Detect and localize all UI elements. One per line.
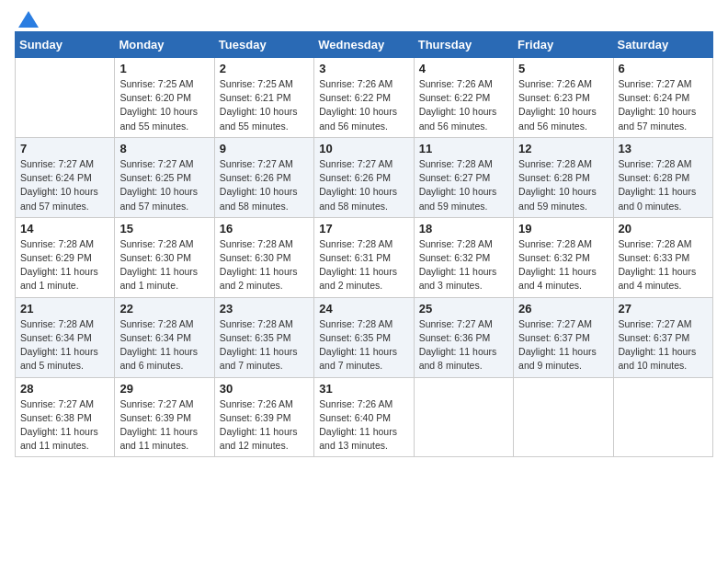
day-info: Sunrise: 7:25 AM Sunset: 6:21 PM Dayligh…	[220, 77, 309, 133]
page-header	[15, 15, 713, 24]
day-number: 15	[119, 222, 209, 236]
day-number: 6	[619, 62, 708, 75]
day-number: 7	[20, 142, 109, 155]
calendar-day-cell: 17Sunrise: 7:28 AM Sunset: 6:31 PM Dayli…	[314, 217, 414, 297]
day-info: Sunrise: 7:27 AM Sunset: 6:25 PM Dayligh…	[119, 157, 209, 213]
day-info: Sunrise: 7:28 AM Sunset: 6:32 PM Dayligh…	[419, 237, 508, 293]
day-number: 22	[119, 302, 209, 316]
day-number: 19	[518, 222, 608, 236]
calendar-day-cell: 22Sunrise: 7:28 AM Sunset: 6:34 PM Dayli…	[115, 297, 214, 377]
calendar-day-cell: 16Sunrise: 7:28 AM Sunset: 6:30 PM Dayli…	[214, 217, 313, 297]
svg-marker-0	[18, 11, 39, 28]
day-info: Sunrise: 7:28 AM Sunset: 6:33 PM Dayligh…	[619, 237, 708, 293]
day-number: 10	[319, 142, 408, 155]
day-number: 26	[518, 302, 608, 316]
day-number: 8	[119, 142, 209, 155]
day-number: 14	[20, 222, 109, 236]
day-info: Sunrise: 7:28 AM Sunset: 6:35 PM Dayligh…	[220, 317, 309, 373]
day-number: 23	[220, 302, 309, 316]
calendar-day-cell: 18Sunrise: 7:28 AM Sunset: 6:32 PM Dayli…	[414, 217, 513, 297]
weekday-header-cell: Saturday	[613, 32, 712, 58]
day-info: Sunrise: 7:26 AM Sunset: 6:22 PM Dayligh…	[419, 77, 508, 133]
day-info: Sunrise: 7:27 AM Sunset: 6:37 PM Dayligh…	[619, 317, 708, 373]
calendar-week-row: 28Sunrise: 7:27 AM Sunset: 6:38 PM Dayli…	[16, 377, 713, 457]
day-info: Sunrise: 7:28 AM Sunset: 6:32 PM Dayligh…	[518, 237, 608, 293]
day-info: Sunrise: 7:26 AM Sunset: 6:40 PM Dayligh…	[319, 397, 408, 454]
weekday-header-cell: Monday	[115, 32, 214, 58]
calendar-day-cell: 20Sunrise: 7:28 AM Sunset: 6:33 PM Dayli…	[613, 217, 712, 297]
weekday-header-cell: Friday	[514, 32, 613, 58]
day-info: Sunrise: 7:27 AM Sunset: 6:37 PM Dayligh…	[518, 317, 608, 373]
calendar-day-cell: 19Sunrise: 7:28 AM Sunset: 6:32 PM Dayli…	[514, 217, 613, 297]
day-number: 12	[518, 142, 608, 155]
day-info: Sunrise: 7:28 AM Sunset: 6:30 PM Dayligh…	[119, 237, 209, 293]
day-number: 28	[20, 382, 109, 396]
day-info: Sunrise: 7:28 AM Sunset: 6:28 PM Dayligh…	[619, 157, 708, 213]
calendar-day-cell	[414, 377, 513, 457]
day-number: 11	[419, 142, 508, 155]
day-number: 3	[319, 62, 408, 75]
day-number: 21	[20, 302, 109, 316]
calendar-day-cell: 11Sunrise: 7:28 AM Sunset: 6:27 PM Dayli…	[414, 137, 513, 217]
calendar-day-cell: 14Sunrise: 7:28 AM Sunset: 6:29 PM Dayli…	[16, 217, 115, 297]
logo-icon	[18, 11, 39, 28]
calendar-day-cell: 13Sunrise: 7:28 AM Sunset: 6:28 PM Dayli…	[613, 137, 712, 217]
calendar-day-cell: 1Sunrise: 7:25 AM Sunset: 6:20 PM Daylig…	[115, 58, 214, 138]
day-number: 2	[220, 62, 309, 75]
day-info: Sunrise: 7:27 AM Sunset: 6:26 PM Dayligh…	[220, 157, 309, 213]
day-number: 18	[419, 222, 508, 236]
day-number: 4	[419, 62, 508, 75]
day-info: Sunrise: 7:26 AM Sunset: 6:39 PM Dayligh…	[220, 397, 309, 454]
weekday-header-cell: Tuesday	[214, 32, 313, 58]
day-number: 16	[220, 222, 309, 236]
day-info: Sunrise: 7:27 AM Sunset: 6:38 PM Dayligh…	[20, 397, 109, 454]
calendar-day-cell: 12Sunrise: 7:28 AM Sunset: 6:28 PM Dayli…	[514, 137, 613, 217]
day-number: 9	[220, 142, 309, 155]
day-number: 5	[518, 62, 608, 75]
calendar-day-cell: 24Sunrise: 7:28 AM Sunset: 6:35 PM Dayli…	[314, 297, 414, 377]
day-info: Sunrise: 7:27 AM Sunset: 6:24 PM Dayligh…	[619, 77, 708, 133]
day-info: Sunrise: 7:28 AM Sunset: 6:27 PM Dayligh…	[419, 157, 508, 213]
calendar-day-cell	[613, 377, 712, 457]
day-info: Sunrise: 7:28 AM Sunset: 6:28 PM Dayligh…	[518, 157, 608, 213]
day-info: Sunrise: 7:27 AM Sunset: 6:26 PM Dayligh…	[319, 157, 408, 213]
logo	[15, 15, 39, 24]
calendar-body: 1Sunrise: 7:25 AM Sunset: 6:20 PM Daylig…	[16, 58, 713, 457]
day-number: 1	[119, 62, 209, 75]
day-number: 25	[419, 302, 508, 316]
weekday-header-cell: Sunday	[16, 32, 115, 58]
day-number: 17	[319, 222, 408, 236]
calendar-day-cell: 7Sunrise: 7:27 AM Sunset: 6:24 PM Daylig…	[16, 137, 115, 217]
calendar-day-cell	[16, 58, 115, 138]
day-info: Sunrise: 7:28 AM Sunset: 6:31 PM Dayligh…	[319, 237, 408, 293]
day-info: Sunrise: 7:28 AM Sunset: 6:34 PM Dayligh…	[20, 317, 109, 373]
calendar-week-row: 1Sunrise: 7:25 AM Sunset: 6:20 PM Daylig…	[16, 58, 713, 138]
day-number: 30	[220, 382, 309, 396]
calendar-table: SundayMondayTuesdayWednesdayThursdayFrid…	[15, 31, 713, 457]
calendar-header-row: SundayMondayTuesdayWednesdayThursdayFrid…	[16, 32, 713, 58]
calendar-day-cell: 30Sunrise: 7:26 AM Sunset: 6:39 PM Dayli…	[214, 377, 313, 457]
calendar-week-row: 14Sunrise: 7:28 AM Sunset: 6:29 PM Dayli…	[16, 217, 713, 297]
calendar-day-cell: 9Sunrise: 7:27 AM Sunset: 6:26 PM Daylig…	[214, 137, 313, 217]
calendar-day-cell	[514, 377, 613, 457]
calendar-week-row: 21Sunrise: 7:28 AM Sunset: 6:34 PM Dayli…	[16, 297, 713, 377]
day-number: 27	[619, 302, 708, 316]
calendar-day-cell: 5Sunrise: 7:26 AM Sunset: 6:23 PM Daylig…	[514, 58, 613, 138]
day-number: 31	[319, 382, 408, 396]
calendar-day-cell: 31Sunrise: 7:26 AM Sunset: 6:40 PM Dayli…	[314, 377, 414, 457]
day-number: 20	[619, 222, 708, 236]
calendar-day-cell: 21Sunrise: 7:28 AM Sunset: 6:34 PM Dayli…	[16, 297, 115, 377]
calendar-day-cell: 2Sunrise: 7:25 AM Sunset: 6:21 PM Daylig…	[214, 58, 313, 138]
calendar-day-cell: 3Sunrise: 7:26 AM Sunset: 6:22 PM Daylig…	[314, 58, 414, 138]
calendar-day-cell: 23Sunrise: 7:28 AM Sunset: 6:35 PM Dayli…	[214, 297, 313, 377]
calendar-day-cell: 8Sunrise: 7:27 AM Sunset: 6:25 PM Daylig…	[115, 137, 214, 217]
calendar-day-cell: 10Sunrise: 7:27 AM Sunset: 6:26 PM Dayli…	[314, 137, 414, 217]
day-info: Sunrise: 7:28 AM Sunset: 6:30 PM Dayligh…	[220, 237, 309, 293]
weekday-header-cell: Thursday	[414, 32, 513, 58]
day-info: Sunrise: 7:28 AM Sunset: 6:29 PM Dayligh…	[20, 237, 109, 293]
weekday-header-cell: Wednesday	[314, 32, 414, 58]
day-number: 13	[619, 142, 708, 155]
day-info: Sunrise: 7:28 AM Sunset: 6:35 PM Dayligh…	[319, 317, 408, 373]
day-info: Sunrise: 7:26 AM Sunset: 6:23 PM Dayligh…	[518, 77, 608, 133]
day-info: Sunrise: 7:26 AM Sunset: 6:22 PM Dayligh…	[319, 77, 408, 133]
